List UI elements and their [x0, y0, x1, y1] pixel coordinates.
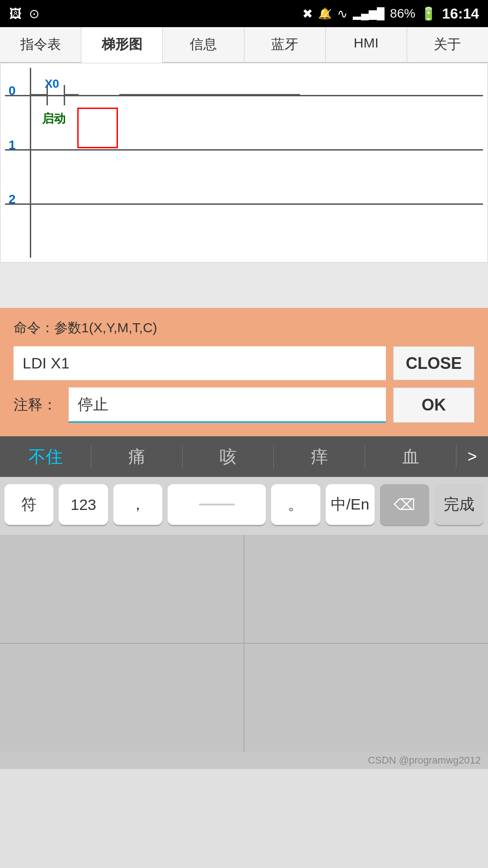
key-lang[interactable]: 中/En: [326, 484, 375, 525]
tab-info[interactable]: 信息: [163, 27, 244, 62]
prediction-bar: 不住 痛 咳 痒 血 >: [0, 436, 488, 477]
note-input-wrap: [69, 387, 386, 423]
prediction-item-4[interactable]: 血: [365, 445, 456, 468]
rung-0-number: 0: [9, 84, 16, 98]
rung-1-line: [5, 149, 483, 151]
key-done[interactable]: 完成: [435, 484, 483, 525]
extra-cell-tr: [244, 535, 488, 643]
signal-icon: ▂▄▆█: [353, 7, 385, 20]
rung-2-line: [5, 203, 483, 205]
wire-left: [31, 94, 47, 95]
prediction-item-1[interactable]: 痛: [91, 445, 183, 468]
spacer: [0, 263, 488, 308]
battery-level: 86%: [390, 6, 415, 21]
wifi-icon: ∿: [337, 6, 347, 21]
status-right-icons: ✖ 🔔̸ ∿ ▂▄▆█ 86% 🔋 16:14: [302, 5, 479, 22]
dialog-command-row: CLOSE: [14, 346, 474, 380]
key-period[interactable]: 。: [271, 484, 320, 525]
prediction-item-2[interactable]: 咳: [183, 445, 274, 468]
extra-cell-bl: [0, 644, 244, 752]
watermark: CSDN @programwg2012: [368, 755, 481, 766]
image-icon: 🖼: [9, 6, 22, 21]
left-bus-line: [30, 68, 31, 258]
dialog: 命令：参数1(X,Y,M,T,C) CLOSE 注释： OK: [0, 308, 488, 436]
tab-hmi[interactable]: HMI: [326, 27, 407, 62]
contact-left-leg: [47, 85, 48, 105]
status-bar: 🖼 ⊙ ✖ 🔔̸ ∿ ▂▄▆█ 86% 🔋 16:14: [0, 0, 488, 27]
prediction-item-0[interactable]: 不住: [0, 445, 91, 468]
key-space[interactable]: [168, 484, 266, 525]
tab-ladder[interactable]: 梯形图: [81, 27, 163, 63]
extra-cell-br: [244, 644, 488, 752]
note-input[interactable]: [69, 387, 386, 421]
keyboard: 符 123 ， 。 中/En ⌫ 完成: [0, 477, 488, 535]
key-backspace[interactable]: ⌫: [380, 484, 429, 525]
ok-button[interactable]: OK: [393, 387, 474, 423]
rung-1-number: 1: [9, 138, 16, 152]
status-time: 16:14: [442, 5, 479, 22]
keyboard-row-1: 符 123 ， 。 中/En ⌫ 完成: [5, 484, 483, 525]
vibrate-icon: 🔔̸: [318, 7, 332, 20]
note-label: 注释：: [14, 387, 61, 423]
command-input[interactable]: [14, 346, 386, 380]
status-left-icons: 🖼 ⊙: [9, 6, 39, 21]
dialog-note-row: 注释： OK: [14, 387, 474, 423]
wire-mid: [65, 94, 79, 95]
tab-bar: 指令表 梯形图 信息 蓝牙 HMI 关于: [0, 27, 488, 63]
extra-row-top: [0, 535, 488, 644]
dialog-title: 命令：参数1(X,Y,M,T,C): [14, 319, 474, 337]
extra-keyboard-area: [0, 535, 488, 752]
battery-icon: 🔋: [421, 6, 436, 21]
contact-name: 启动: [42, 111, 66, 127]
tab-instructions[interactable]: 指令表: [0, 27, 81, 62]
close-button[interactable]: CLOSE: [393, 346, 474, 380]
tab-bluetooth[interactable]: 蓝牙: [244, 27, 326, 62]
ladder-area: 0 X0 启动 1 2: [0, 63, 488, 263]
key-comma[interactable]: ，: [113, 484, 162, 525]
ladder-canvas: 0 X0 启动 1 2: [5, 68, 483, 258]
tab-about[interactable]: 关于: [407, 27, 488, 62]
clock-icon: ⊙: [29, 6, 39, 21]
key-fu[interactable]: 符: [5, 484, 53, 525]
output-box: [77, 108, 118, 148]
wire-right: [119, 94, 300, 95]
bluetooth-icon: ✖: [302, 6, 313, 21]
rung-2-number: 2: [9, 192, 16, 207]
key-123[interactable]: 123: [59, 484, 108, 525]
extra-row-bottom: [0, 644, 488, 752]
backspace-icon: ⌫: [394, 495, 415, 514]
prediction-item-3[interactable]: 痒: [274, 445, 365, 468]
prediction-arrow[interactable]: >: [456, 447, 488, 466]
extra-cell-tl: [0, 535, 244, 643]
